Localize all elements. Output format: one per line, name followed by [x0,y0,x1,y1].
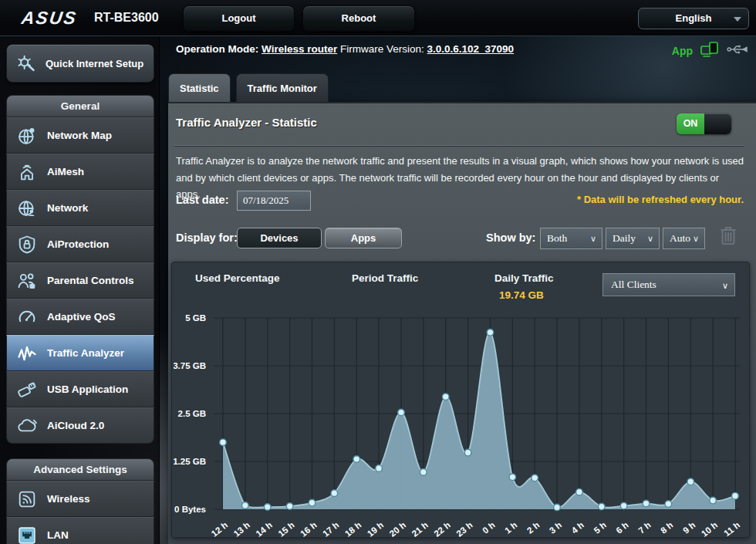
svg-text:11 h: 11 h [722,520,741,538]
reboot-button[interactable]: Reboot [302,5,415,32]
language-dropdown[interactable]: English [638,8,749,29]
gear-wrench-icon [15,52,38,75]
sidebar-item-network[interactable]: Network [6,190,154,226]
data-point [532,475,538,481]
sidebar-item-adaptive-qos[interactable]: Adaptive QoS [6,299,154,335]
sidebar-item-label: LAN [47,529,69,541]
data-point [554,504,561,511]
svg-text:1 h: 1 h [503,520,518,536]
last-date-label: Last date: [176,194,229,206]
daily-traffic-header[interactable]: Daily Traffic [494,272,554,284]
chevron-down-icon [734,17,741,22]
mesh-house-icon [15,160,39,184]
operation-mode-row: Operation Mode: Wireless router Firmware… [176,43,514,55]
svg-text:9 h: 9 h [681,520,697,536]
data-point [420,469,427,476]
traffic-analyzer-toggle[interactable]: ON [677,113,731,134]
app-devices-icon[interactable] [700,40,720,62]
sidebar-item-network-map[interactable]: Network Map [6,117,154,154]
sidebar-item-wireless[interactable]: Wireless [6,481,154,517]
svg-text:3 h: 3 h [548,520,563,536]
globe-pin-icon [15,124,39,147]
svg-text:16 h: 16 h [299,520,319,539]
traffic-chart-svg[interactable]: 0 Bytes1.25 GB2.5 GB3.75 GB5 GB12 h13 h1… [174,302,746,539]
client-filter-value: All Clients [611,279,656,290]
operation-mode-link[interactable]: Wireless router [262,43,337,55]
svg-text:20 h: 20 h [388,520,408,539]
apps-button[interactable]: Apps [325,228,402,248]
app-label: App [672,45,693,57]
show-by-select-period[interactable]: Daily ∨ [606,228,660,249]
data-point [242,502,249,509]
used-percentage-header[interactable]: Used Percentage [195,272,280,284]
cloud-icon [15,414,39,438]
sidebar-item-usb-application[interactable]: USB Application [6,371,154,407]
x-axis-labels: 12 h13 h14 h15 h16 h17 h18 h19 h20 h21 h… [210,520,742,539]
sidebar-item-aiprotection[interactable]: AiProtection [6,226,154,262]
svg-text:1.25 GB: 1.25 GB [174,457,206,466]
shield-lock-icon [15,233,39,256]
family-lock-icon [15,269,39,292]
tab-traffic-monitor[interactable]: Traffic Monitor [236,73,329,102]
display-for-label: Display for: [176,231,238,244]
firmware-version-link[interactable]: 3.0.0.6.102_37090 [427,43,515,55]
wifi-signal-icon [15,488,39,511]
top-bar: ASUS RT-BE3600 Logout Reboot English [0,0,756,36]
svg-text:13 h: 13 h [232,520,252,539]
top-utility-icons: App [672,40,748,62]
usb-plug-icon[interactable] [727,42,748,60]
sidebar-item-label: Network Map [47,130,112,141]
client-filter-dropdown[interactable]: All Clients ∨ [602,273,735,296]
sidebar-section-advanced-settings: Advanced Settings [6,458,154,481]
data-point [464,449,471,456]
data-point [687,478,694,485]
sidebar-item-label: Adaptive QoS [47,311,116,323]
svg-text:22 h: 22 h [432,520,452,539]
chevron-down-icon: ∨ [693,228,699,248]
show-by-select-clients[interactable]: Both ∨ [540,228,602,249]
data-point [220,439,227,446]
svg-text:2.5 GB: 2.5 GB [178,409,206,418]
svg-text:2 h: 2 h [525,520,541,536]
devices-button[interactable]: Devices [237,228,322,248]
show-by-select-unit[interactable]: Auto ∨ [663,228,705,249]
waveform-icon [15,342,39,365]
select-value: Both [547,232,567,244]
svg-text:15 h: 15 h [276,520,296,539]
logout-button[interactable]: Logout [183,5,295,32]
toggle-on-label: ON [677,113,704,134]
sidebar-item-aimesh[interactable]: AiMesh [6,154,154,190]
svg-text:14 h: 14 h [254,520,274,539]
data-point [309,499,316,506]
sidebar-item-quick-internet-setup[interactable]: Quick Internet Setup [6,44,154,83]
usb-drive-icon [15,378,39,401]
period-traffic-header[interactable]: Period Traffic [352,272,418,284]
tab-statistic[interactable]: Statistic [168,73,231,102]
tab-bar: Statistic Traffic Monitor [168,73,329,102]
last-date-input[interactable] [237,191,311,211]
data-point [620,502,627,509]
sidebar-item-label: Traffic Analyzer [47,347,124,359]
svg-text:7 h: 7 h [636,520,652,536]
main-panel: Traffic Analyzer - Statistic ON Traffic … [168,102,756,544]
sidebar-item-traffic-analyzer[interactable]: Traffic Analyzer [6,335,154,371]
data-point [710,497,717,504]
chart-area [223,333,735,509]
sidebar-item-parental-controls[interactable]: Parental Controls [6,262,154,299]
svg-text:10 h: 10 h [700,520,720,539]
svg-text:19 h: 19 h [366,520,386,539]
svg-text:5 GB: 5 GB [185,313,206,323]
gauge-icon [15,306,39,329]
chevron-down-icon: ∨ [722,275,728,296]
data-point [643,500,650,507]
data-point [598,503,605,510]
chevron-down-icon: ∨ [647,228,653,248]
trash-icon[interactable] [718,223,738,248]
sidebar-item-lan[interactable]: LAN [6,517,154,544]
router-model: RT-BE3600 [94,11,159,25]
operation-mode-label: Operation Mode: [176,43,258,55]
sidebar-item-aicloud[interactable]: AiCloud 2.0 [6,407,154,444]
sidebar-section-general: General [6,95,154,117]
svg-text:12 h: 12 h [210,520,230,539]
page-title: Traffic Analyzer - Statistic [176,116,317,129]
